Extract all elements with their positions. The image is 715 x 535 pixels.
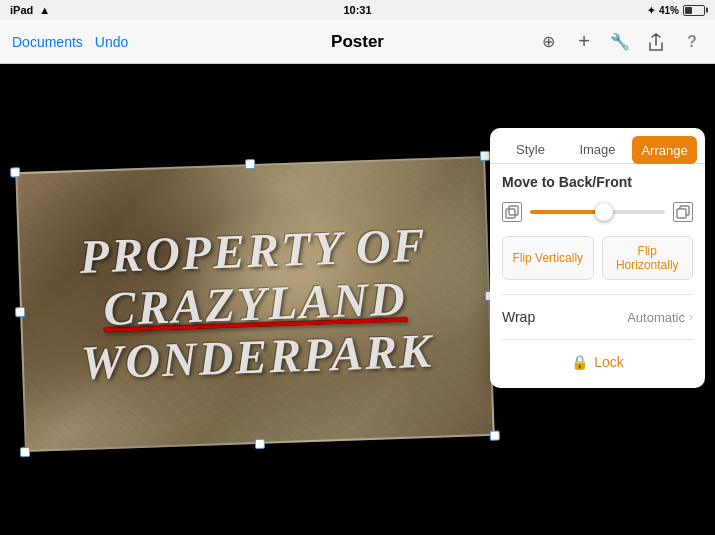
panel-tabs: Style Image Arrange <box>490 128 705 164</box>
wrap-row[interactable]: Wrap Automatic › <box>502 301 693 333</box>
undo-button[interactable]: Undo <box>95 34 128 50</box>
wrap-value-text: Automatic <box>627 310 685 325</box>
handle-top-mid[interactable] <box>245 159 255 169</box>
status-time: 10:31 <box>343 4 371 16</box>
back-layer-icon <box>502 202 522 222</box>
poster-text: PROPERTY OF CRAZYLAND WONDERPARK <box>43 218 468 391</box>
handle-top-right[interactable] <box>480 151 490 161</box>
status-left: iPad ▲ <box>10 4 50 16</box>
handle-top-left[interactable] <box>10 167 20 177</box>
battery-label: 41% <box>659 5 679 16</box>
panel-content: Move to Back/Front <box>490 164 705 388</box>
front-layer-icon <box>673 202 693 222</box>
tab-style[interactable]: Style <box>498 136 563 163</box>
toolbar-right: ⊕ + 🔧 ? <box>537 31 703 53</box>
canvas-area: PROPERTY OF CRAZYLAND WONDERPARK Style I… <box>0 64 715 535</box>
layer-slider-track[interactable] <box>530 210 665 214</box>
share-icon[interactable] <box>645 31 667 53</box>
right-panel: Style Image Arrange Move to Back/Front <box>490 128 705 388</box>
status-right: ✦ 41% <box>647 5 705 16</box>
wrap-value: Automatic › <box>627 310 693 325</box>
tab-arrange[interactable]: Arrange <box>632 136 697 164</box>
target-icon[interactable]: ⊕ <box>537 31 559 53</box>
poster-container[interactable]: PROPERTY OF CRAZYLAND WONDERPARK <box>15 156 494 452</box>
handle-bottom-mid[interactable] <box>255 439 265 449</box>
svg-rect-3 <box>677 209 686 218</box>
lock-button[interactable]: 🔒 Lock <box>502 346 693 378</box>
toolbar-title: Poster <box>331 32 384 52</box>
wrench-icon[interactable]: 🔧 <box>609 31 631 53</box>
move-section-title: Move to Back/Front <box>502 174 693 190</box>
poster-image: PROPERTY OF CRAZYLAND WONDERPARK <box>15 156 494 452</box>
svg-rect-1 <box>509 206 518 215</box>
flip-vertical-button[interactable]: Flip Vertically <box>502 236 594 280</box>
svg-rect-0 <box>506 209 515 218</box>
toolbar-left: Documents Undo <box>12 34 128 50</box>
status-bar: iPad ▲ 10:31 ✦ 41% <box>0 0 715 20</box>
tab-image[interactable]: Image <box>565 136 630 163</box>
back-button[interactable]: Documents <box>12 34 83 50</box>
bluetooth-icon: ✦ <box>647 5 655 16</box>
handle-bottom-left[interactable] <box>20 447 30 457</box>
handle-bottom-right[interactable] <box>490 431 500 441</box>
handle-mid-left[interactable] <box>15 307 25 317</box>
wrap-label: Wrap <box>502 309 535 325</box>
toolbar: Documents Undo Poster ⊕ + 🔧 ? <box>0 20 715 64</box>
help-icon[interactable]: ? <box>681 31 703 53</box>
carrier-label: iPad <box>10 4 33 16</box>
battery-indicator <box>683 5 705 16</box>
layer-slider-thumb[interactable] <box>595 203 613 221</box>
chevron-right-icon: › <box>689 310 693 324</box>
divider-2 <box>502 339 693 340</box>
add-icon[interactable]: + <box>573 31 595 53</box>
lock-icon: 🔒 <box>571 354 588 370</box>
lock-label: Lock <box>594 354 624 370</box>
wifi-icon: ▲ <box>39 4 50 16</box>
layer-slider-row <box>502 202 693 222</box>
divider-1 <box>502 294 693 295</box>
flip-horizontal-button[interactable]: Flip Horizontally <box>602 236 694 280</box>
flip-buttons-row: Flip Vertically Flip Horizontally <box>502 236 693 280</box>
